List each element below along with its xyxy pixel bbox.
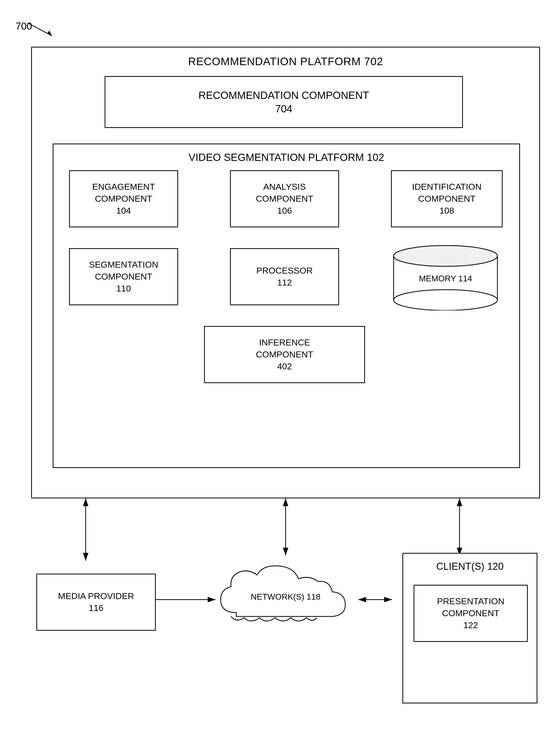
- recommendation-component-box: RECOMMENDATION COMPONENT 704: [105, 76, 463, 128]
- segmentation-component-label: SEGMENTATION COMPONENT 110: [89, 259, 158, 295]
- inference-component-box: INFERENCE COMPONENT 402: [204, 326, 365, 383]
- recommendation-component-label: RECOMMENDATION COMPONENT 704: [198, 89, 369, 116]
- vsp-label: VIDEO SEGMENTATION PLATFORM 102: [53, 152, 519, 163]
- inference-component-label: INFERENCE COMPONENT 402: [256, 337, 313, 372]
- video-segmentation-platform-box: VIDEO SEGMENTATION PLATFORM 102 ENGAGEME…: [53, 144, 520, 468]
- recommendation-platform-label: RECOMMENDATION PLATFORM 702: [32, 55, 539, 68]
- analysis-component-box: ANALYSIS COMPONENT 106: [230, 170, 339, 227]
- recommendation-platform-box: RECOMMENDATION PLATFORM 702 RECOMMENDATI…: [31, 47, 540, 498]
- engagement-component-box: ENGAGEMENT COMPONENT 104: [69, 170, 178, 227]
- network-cloud: NETWORK(S) 118: [205, 555, 366, 633]
- analysis-component-label: ANALYSIS COMPONENT 106: [256, 181, 313, 217]
- media-provider-label: MEDIA PROVIDER 116: [58, 590, 134, 614]
- svg-text:NETWORK(S) 118: NETWORK(S) 118: [251, 592, 320, 601]
- processor-label: PROCESSOR 112: [256, 265, 313, 289]
- svg-marker-1: [47, 31, 52, 36]
- diagram-container: 700 RECOMMENDATION PLATFORM 702 RECOMMEN…: [16, 21, 545, 722]
- media-provider-box: MEDIA PROVIDER 116: [36, 574, 156, 631]
- engagement-component-label: ENGAGEMENT COMPONENT 104: [92, 181, 155, 217]
- memory-cylinder: MEMORY 114: [388, 243, 503, 308]
- figure-label: 700: [16, 21, 32, 32]
- svg-point-4: [394, 246, 497, 266]
- clients-label: CLIENT(S) 120: [403, 561, 537, 572]
- identification-component-box: IDENTIFICATION COMPONENT 108: [391, 170, 503, 227]
- segmentation-component-box: SEGMENTATION COMPONENT 110: [69, 248, 178, 305]
- presentation-component-label: PRESENTATION COMPONENT 122: [437, 595, 504, 631]
- presentation-component-box: PRESENTATION COMPONENT 122: [414, 585, 528, 642]
- svg-line-0: [29, 23, 52, 36]
- svg-text:MEMORY 114: MEMORY 114: [419, 274, 472, 283]
- identification-component-label: IDENTIFICATION COMPONENT 108: [412, 181, 482, 217]
- svg-point-3: [394, 290, 497, 311]
- clients-outer-box: CLIENT(S) 120 PRESENTATION COMPONENT 122: [402, 553, 537, 703]
- processor-box: PROCESSOR 112: [230, 248, 339, 305]
